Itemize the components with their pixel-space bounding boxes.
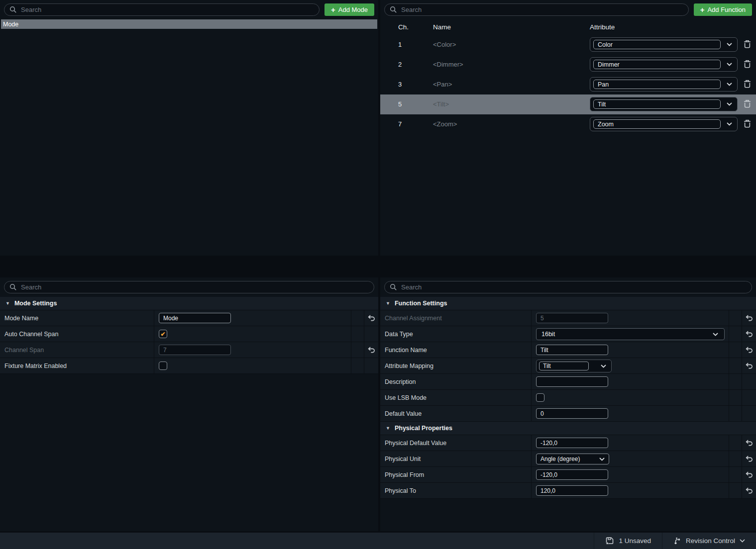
attribute-select[interactable]: Color bbox=[590, 37, 738, 52]
attribute-select-value: Tilt bbox=[594, 101, 606, 108]
prop-label-text: Auto Channel Span bbox=[4, 331, 58, 338]
add-mode-button[interactable]: + Add Mode bbox=[324, 3, 374, 16]
reset-to-default-button[interactable] bbox=[742, 483, 756, 498]
fixture-matrix-enabled-checkbox[interactable] bbox=[159, 362, 167, 370]
mode-list-item[interactable]: Mode bbox=[1, 19, 377, 29]
physical-to-value: 120,0 bbox=[540, 487, 555, 494]
chevron-down-icon bbox=[727, 63, 732, 66]
trash-icon bbox=[744, 80, 751, 88]
function-name-input[interactable]: Tilt bbox=[536, 345, 608, 355]
undo-arrow-icon bbox=[746, 331, 753, 337]
prop-row-description: Description bbox=[380, 374, 756, 390]
delete-function-button[interactable] bbox=[742, 59, 753, 70]
reset-to-default-button[interactable] bbox=[364, 310, 378, 326]
physical-to-input[interactable]: 120,0 bbox=[536, 485, 608, 496]
revision-control-menu[interactable]: Revision Control bbox=[662, 533, 756, 549]
chevron-down-icon bbox=[727, 122, 732, 126]
prop-label-text: Physical To bbox=[385, 487, 416, 494]
prop-reset-cell bbox=[364, 358, 378, 373]
physical-from-input[interactable]: -120,0 bbox=[536, 469, 608, 480]
function-settings-body: ▼Function SettingsChannel Assignment5Dat… bbox=[380, 297, 756, 499]
prop-row-attribute-mapping: Attribute MappingTilt bbox=[380, 358, 756, 374]
function-channel: 7 bbox=[398, 120, 411, 128]
reset-to-default-button[interactable] bbox=[742, 342, 756, 358]
undo-arrow-icon bbox=[746, 456, 753, 462]
attribute-select[interactable]: Pan bbox=[590, 77, 738, 92]
prop-row-physical-to: Physical To120,0 bbox=[380, 483, 756, 499]
delete-function-button[interactable] bbox=[742, 79, 753, 90]
chevron-down-icon bbox=[727, 83, 732, 86]
prop-spacer-cell bbox=[729, 342, 742, 358]
function-settings-search[interactable] bbox=[384, 281, 752, 293]
functions-search-input[interactable] bbox=[401, 6, 683, 13]
unsaved-status[interactable]: 1 Unsaved bbox=[594, 533, 662, 549]
attribute-select[interactable]: Tilt bbox=[590, 97, 738, 111]
prop-label-text: Data Type bbox=[385, 331, 413, 338]
attribute-mapping-combo[interactable]: Tilt bbox=[536, 360, 612, 372]
status-bar: 1 Unsaved Revision Control bbox=[0, 533, 756, 549]
reset-to-default-button[interactable] bbox=[742, 451, 756, 466]
function-row[interactable]: 2<Dimmer>Dimmer bbox=[380, 55, 756, 75]
prop-row-physical-from: Physical From-120,0 bbox=[380, 467, 756, 483]
prop-spacer-cell bbox=[729, 467, 742, 482]
chevron-down-icon bbox=[727, 102, 732, 106]
column-header-attribute: Attribute bbox=[590, 23, 615, 31]
function-settings-search-input[interactable] bbox=[401, 283, 747, 291]
auto-channel-span-checkbox[interactable]: ✔ bbox=[159, 330, 167, 338]
prop-value-cell: 0 bbox=[532, 406, 729, 421]
mode-name-input[interactable]: Mode bbox=[159, 313, 231, 323]
reset-to-default-button[interactable] bbox=[742, 435, 756, 451]
functions-panel: + Add Function Ch. Name Attribute 1<Colo… bbox=[380, 0, 756, 256]
attribute-mapping-value: Tilt bbox=[540, 363, 551, 369]
function-name: <Dimmer> bbox=[433, 61, 463, 68]
reset-to-default-button[interactable] bbox=[742, 310, 756, 326]
mode-settings-search-input[interactable] bbox=[21, 283, 369, 291]
search-icon bbox=[390, 6, 397, 13]
attribute-select[interactable]: Dimmer bbox=[590, 57, 738, 72]
reset-to-default-button[interactable] bbox=[742, 467, 756, 482]
function-row[interactable]: 1<Color>Color bbox=[380, 35, 756, 55]
physical-unit-select[interactable]: Angle (degree) bbox=[536, 454, 609, 464]
mode-settings-search[interactable] bbox=[4, 281, 374, 293]
modes-search-input[interactable] bbox=[21, 6, 314, 13]
section-header-function-settings[interactable]: ▼Function Settings bbox=[380, 297, 756, 310]
reset-to-default-button[interactable] bbox=[742, 326, 756, 342]
prop-label: Channel Assignment bbox=[380, 310, 532, 326]
delete-function-button[interactable] bbox=[742, 99, 753, 110]
delete-function-button[interactable] bbox=[742, 119, 753, 130]
attribute-select-value: Pan bbox=[594, 81, 609, 88]
use-lsb-mode-checkbox[interactable] bbox=[536, 393, 544, 402]
reset-to-default-button[interactable] bbox=[364, 342, 378, 358]
functions-search[interactable] bbox=[384, 3, 689, 16]
column-header-channel: Ch. bbox=[398, 23, 409, 31]
trash-icon bbox=[744, 99, 751, 108]
attribute-select-value: Zoom bbox=[594, 121, 614, 128]
prop-row-function-name: Function NameTilt bbox=[380, 342, 756, 358]
physical-default-value-input[interactable]: -120,0 bbox=[536, 438, 608, 448]
function-channel: 1 bbox=[398, 41, 411, 48]
section-title: Physical Properties bbox=[395, 425, 452, 432]
default-value-input[interactable]: 0 bbox=[536, 408, 608, 419]
data-type-select[interactable]: 16bit bbox=[536, 328, 725, 340]
search-icon bbox=[390, 283, 397, 291]
prop-label: Fixture Matrix Enabled bbox=[0, 358, 154, 373]
function-channel: 3 bbox=[398, 81, 411, 88]
plus-icon: + bbox=[331, 6, 335, 13]
delete-function-button[interactable] bbox=[742, 39, 753, 50]
function-row[interactable]: 7<Zoom>Zoom bbox=[380, 114, 756, 134]
prop-label-text: Use LSB Mode bbox=[385, 394, 427, 401]
function-row[interactable]: 3<Pan>Pan bbox=[380, 75, 756, 94]
section-header-mode-settings[interactable]: ▼Mode Settings bbox=[0, 297, 378, 310]
undo-arrow-icon bbox=[746, 471, 753, 478]
prop-spacer-cell bbox=[729, 310, 742, 326]
attribute-select[interactable]: Zoom bbox=[590, 117, 738, 131]
modes-search[interactable] bbox=[4, 3, 320, 16]
add-function-button[interactable]: + Add Function bbox=[694, 3, 752, 16]
section-header-physical-properties[interactable]: ▼Physical Properties bbox=[380, 422, 756, 435]
add-mode-label: Add Mode bbox=[338, 6, 368, 13]
add-function-label: Add Function bbox=[707, 6, 746, 13]
function-name: <Tilt> bbox=[433, 100, 449, 108]
function-row[interactable]: 5<Tilt>Tilt bbox=[380, 94, 756, 114]
description-input[interactable] bbox=[536, 376, 608, 387]
reset-to-default-button[interactable] bbox=[742, 358, 756, 373]
